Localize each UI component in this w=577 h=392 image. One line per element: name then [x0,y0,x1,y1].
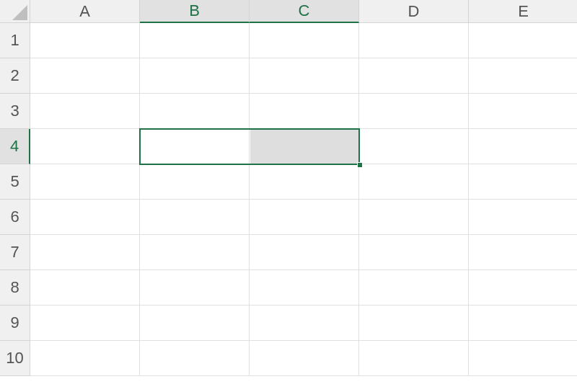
cell-E2[interactable] [469,58,577,94]
cell-B7[interactable] [140,235,250,270]
spreadsheet: A B C D E 1 2 3 4 5 6 7 8 9 10 [0,0,577,392]
cell-C9[interactable] [250,306,359,341]
cell-C5[interactable] [250,164,359,200]
cell-C1[interactable] [250,23,359,58]
cell-B10[interactable] [140,341,250,376]
row-header-1[interactable]: 1 [0,23,30,58]
cell-A9[interactable] [30,306,140,341]
cell-E10[interactable] [469,341,577,376]
row-header-8[interactable]: 8 [0,270,30,306]
cell-B6[interactable] [140,200,250,235]
row-header-label: 9 [10,313,19,332]
row-header-9[interactable]: 9 [0,306,30,341]
row-header-label: 8 [10,278,19,297]
row-header-10[interactable]: 10 [0,341,30,376]
cell-C7[interactable] [250,235,359,270]
row-header-3[interactable]: 3 [0,94,30,129]
cell-D7[interactable] [359,235,469,270]
row-header-label: 3 [10,102,19,120]
cell-D3[interactable] [359,94,469,129]
row-header-label: 4 [10,137,19,156]
cell-C3[interactable] [250,94,359,129]
cell-A10[interactable] [30,341,140,376]
cell-A4[interactable] [30,129,140,164]
cell-E7[interactable] [469,235,577,270]
row-header-label: 7 [10,243,19,262]
cell-D4[interactable] [359,129,469,164]
cell-B5[interactable] [140,164,250,200]
col-header-A[interactable]: A [30,0,140,23]
col-header-label: C [299,1,310,20]
row-header-label: 10 [6,349,23,368]
cell-A8[interactable] [30,270,140,306]
cell-C4[interactable] [250,129,359,164]
cell-C8[interactable] [250,270,359,306]
cell-C2[interactable] [250,58,359,94]
row-header-label: 1 [10,31,19,50]
col-header-label: E [518,2,529,21]
row-header-4[interactable]: 4 [0,129,30,164]
cell-B1[interactable] [140,23,250,58]
row-header-6[interactable]: 6 [0,200,30,235]
fill-handle[interactable] [357,162,363,168]
row-header-7[interactable]: 7 [0,235,30,270]
cell-C6[interactable] [250,200,359,235]
cell-D2[interactable] [359,58,469,94]
col-header-label: B [189,1,200,20]
cell-A3[interactable] [30,94,140,129]
cell-A1[interactable] [30,23,140,58]
cell-B4[interactable] [140,129,250,164]
col-header-B[interactable]: B [140,0,250,23]
cell-E4[interactable] [469,129,577,164]
col-header-label: A [79,2,90,21]
cell-D5[interactable] [359,164,469,200]
cell-E3[interactable] [469,94,577,129]
cell-B2[interactable] [140,58,250,94]
cell-E5[interactable] [469,164,577,200]
cell-E1[interactable] [469,23,577,58]
cell-A2[interactable] [30,58,140,94]
col-header-E[interactable]: E [469,0,577,23]
cell-E8[interactable] [469,270,577,306]
cell-C10[interactable] [250,341,359,376]
cell-A7[interactable] [30,235,140,270]
select-all-corner[interactable] [0,0,30,23]
cell-B9[interactable] [140,306,250,341]
cell-D9[interactable] [359,306,469,341]
cell-B3[interactable] [140,94,250,129]
row-header-label: 6 [10,208,19,226]
row-header-2[interactable]: 2 [0,58,30,94]
row-header-label: 5 [10,172,19,191]
cell-D1[interactable] [359,23,469,58]
cell-D10[interactable] [359,341,469,376]
cell-A5[interactable] [30,164,140,200]
cell-D6[interactable] [359,200,469,235]
col-header-label: D [408,2,420,21]
cell-D8[interactable] [359,270,469,306]
col-header-D[interactable]: D [359,0,469,23]
col-header-C[interactable]: C [250,0,359,23]
cell-B8[interactable] [140,270,250,306]
cell-E9[interactable] [469,306,577,341]
row-header-5[interactable]: 5 [0,164,30,200]
cell-A6[interactable] [30,200,140,235]
row-header-label: 2 [10,66,19,85]
cell-E6[interactable] [469,200,577,235]
